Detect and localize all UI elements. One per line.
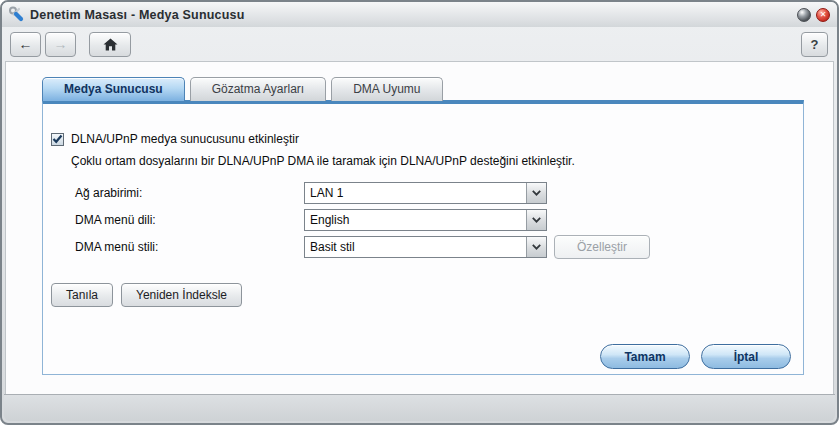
dma-menu-style-label: DMA menü stili: [75,240,304,254]
back-button[interactable]: ← [10,32,41,57]
tab-bar: Medya Sunucusu Gözatma Ayarları DMA Uyum… [42,77,443,101]
chevron-down-icon [526,183,546,203]
reindex-button[interactable]: Yeniden İndeksle [121,283,242,307]
titlebar: Denetim Masası - Medya Sunucusu ✕ [2,2,837,27]
minimize-button[interactable] [797,8,811,22]
dma-menu-language-select[interactable]: English [304,209,547,231]
home-icon [103,38,118,51]
close-icon: ✕ [820,11,827,19]
network-interface-select[interactable]: LAN 1 [304,182,547,204]
back-arrow-icon: ← [19,36,33,52]
diagnose-button[interactable]: Tanıla [51,283,113,307]
status-bar [4,394,835,421]
tab-gozatma-ayarlari[interactable]: Gözatma Ayarları [190,77,326,101]
chevron-down-icon [526,210,546,230]
dma-menu-style-value: Basit stil [305,237,526,257]
help-button[interactable]: ? [801,32,828,57]
tab-dma-uyumu[interactable]: DMA Uyumu [331,77,442,101]
dma-menu-style-select[interactable]: Basit stil [304,236,547,258]
content-area: Medya Sunucusu Gözatma Ayarları DMA Uyum… [5,61,834,395]
dma-menu-style-row: DMA menü stili: Basit stil Özelleştir [75,236,803,258]
network-interface-label: Ağ arabirimi: [75,186,304,200]
dma-menu-language-label: DMA menü dili: [75,213,304,227]
maintenance-actions: Tanıla Yeniden İndeksle [51,283,803,307]
network-interface-value: LAN 1 [305,183,526,203]
media-server-panel: DLNA/UPnP medya sunucusunu etkinleştir Ç… [42,100,804,375]
enable-dlna-label: DLNA/UPnP medya sunucusunu etkinleştir [71,132,299,146]
enable-dlna-row: DLNA/UPnP medya sunucusunu etkinleştir [51,132,803,146]
dlna-description: Çoklu ortam dosyalarını bir DLNA/UPnP DM… [71,154,783,168]
forward-arrow-icon: → [54,36,68,52]
forward-button[interactable]: → [45,32,76,57]
tools-icon [8,6,25,23]
window-title: Denetim Masası - Medya Sunucusu [30,8,797,22]
cancel-button[interactable]: İptal [701,344,791,369]
chevron-down-icon [526,237,546,257]
enable-dlna-checkbox[interactable] [51,133,64,146]
navigation-toolbar: ← → ? [2,27,837,61]
control-panel-window: Denetim Masası - Medya Sunucusu ✕ ← → ? … [0,0,839,425]
ok-button[interactable]: Tamam [600,344,690,369]
dma-menu-language-row: DMA menü dili: English [75,209,803,231]
tab-medya-sunucusu[interactable]: Medya Sunucusu [42,77,185,101]
network-interface-row: Ağ arabirimi: LAN 1 [75,182,803,204]
dma-menu-language-value: English [305,210,526,230]
home-button[interactable] [89,32,131,57]
customize-button[interactable]: Özelleştir [554,235,650,259]
dialog-footer: Tamam İptal [600,344,791,369]
checkmark-icon [52,134,63,144]
help-icon: ? [811,37,819,52]
close-button[interactable]: ✕ [816,8,830,22]
window-controls: ✕ [797,8,830,22]
